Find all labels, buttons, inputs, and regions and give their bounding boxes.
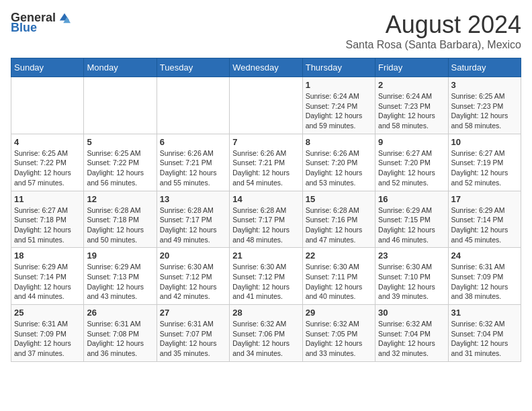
day-header-monday: Monday [84,58,157,77]
calendar-week-2: 4Sunrise: 6:25 AMSunset: 7:22 PMDaylight… [11,134,521,191]
calendar-cell: 11Sunrise: 6:27 AMSunset: 7:18 PMDayligh… [11,191,84,248]
day-info: Sunrise: 6:31 AMSunset: 7:09 PMDaylight:… [14,319,81,359]
page-header: General Blue August 2024 Santa Rosa (San… [11,11,521,51]
day-info: Sunrise: 6:27 AMSunset: 7:18 PMDaylight:… [14,205,81,245]
day-number: 4 [14,137,81,147]
calendar-week-5: 25Sunrise: 6:31 AMSunset: 7:09 PMDayligh… [11,305,521,362]
calendar-cell: 9Sunrise: 6:27 AMSunset: 7:20 PMDaylight… [375,134,448,191]
day-number: 18 [14,250,81,261]
calendar-cell: 8Sunrise: 6:26 AMSunset: 7:20 PMDaylight… [302,134,375,191]
calendar-cell: 3Sunrise: 6:25 AMSunset: 7:23 PMDaylight… [448,77,521,134]
calendar-week-4: 18Sunrise: 6:29 AMSunset: 7:14 PMDayligh… [11,248,521,305]
day-info: Sunrise: 6:28 AMSunset: 7:17 PMDaylight:… [160,205,226,245]
calendar-cell: 24Sunrise: 6:31 AMSunset: 7:09 PMDayligh… [448,248,521,305]
calendar-cell: 6Sunrise: 6:26 AMSunset: 7:21 PMDaylight… [157,134,229,191]
day-number: 2 [378,80,445,90]
day-info: Sunrise: 6:25 AMSunset: 7:22 PMDaylight:… [87,148,153,188]
day-number: 23 [378,250,445,261]
day-info: Sunrise: 6:26 AMSunset: 7:21 PMDaylight:… [160,148,226,188]
day-info: Sunrise: 6:31 AMSunset: 7:09 PMDaylight:… [451,262,518,302]
calendar-header: SundayMondayTuesdayWednesdayThursdayFrid… [11,58,521,77]
calendar-cell [11,77,84,134]
calendar-cell: 31Sunrise: 6:32 AMSunset: 7:04 PMDayligh… [448,305,521,362]
calendar-cell: 30Sunrise: 6:32 AMSunset: 7:04 PMDayligh… [375,305,448,362]
day-info: Sunrise: 6:27 AMSunset: 7:19 PMDaylight:… [451,148,518,188]
day-info: Sunrise: 6:25 AMSunset: 7:23 PMDaylight:… [451,91,518,131]
calendar-table: SundayMondayTuesdayWednesdayThursdayFrid… [11,58,521,362]
calendar-cell: 20Sunrise: 6:30 AMSunset: 7:12 PMDayligh… [157,248,229,305]
day-info: Sunrise: 6:30 AMSunset: 7:12 PMDaylight:… [232,262,299,302]
calendar-cell: 26Sunrise: 6:31 AMSunset: 7:08 PMDayligh… [84,305,157,362]
calendar-cell [84,77,157,134]
day-number: 28 [232,308,299,318]
day-number: 20 [160,250,226,261]
day-number: 11 [14,194,81,204]
day-info: Sunrise: 6:30 AMSunset: 7:12 PMDaylight:… [160,262,226,302]
day-info: Sunrise: 6:28 AMSunset: 7:18 PMDaylight:… [87,205,153,245]
day-number: 14 [232,194,299,204]
calendar-cell: 15Sunrise: 6:28 AMSunset: 7:16 PMDayligh… [302,191,375,248]
day-number: 24 [451,250,518,261]
day-header-friday: Friday [375,58,448,77]
day-header-wednesday: Wednesday [230,58,302,77]
day-number: 15 [306,194,372,204]
calendar-cell: 28Sunrise: 6:32 AMSunset: 7:06 PMDayligh… [230,305,302,362]
day-number: 8 [306,137,372,147]
day-header-tuesday: Tuesday [157,58,229,77]
day-number: 29 [306,308,372,318]
day-info: Sunrise: 6:27 AMSunset: 7:20 PMDaylight:… [378,148,445,188]
calendar-cell: 7Sunrise: 6:26 AMSunset: 7:21 PMDaylight… [230,134,302,191]
calendar-cell: 22Sunrise: 6:30 AMSunset: 7:11 PMDayligh… [302,248,375,305]
day-info: Sunrise: 6:26 AMSunset: 7:21 PMDaylight:… [232,148,299,188]
sub-title: Santa Rosa (Santa Barbara), Mexico [346,39,521,51]
day-info: Sunrise: 6:31 AMSunset: 7:07 PMDaylight:… [160,319,226,359]
day-number: 12 [87,194,153,204]
calendar-cell: 10Sunrise: 6:27 AMSunset: 7:19 PMDayligh… [448,134,521,191]
day-header-saturday: Saturday [448,58,521,77]
day-info: Sunrise: 6:29 AMSunset: 7:15 PMDaylight:… [378,205,445,245]
calendar-cell: 14Sunrise: 6:28 AMSunset: 7:17 PMDayligh… [230,191,302,248]
day-number: 19 [87,250,153,261]
calendar-cell: 18Sunrise: 6:29 AMSunset: 7:14 PMDayligh… [11,248,84,305]
day-info: Sunrise: 6:28 AMSunset: 7:16 PMDaylight:… [306,205,372,245]
calendar-cell: 27Sunrise: 6:31 AMSunset: 7:07 PMDayligh… [157,305,229,362]
day-info: Sunrise: 6:31 AMSunset: 7:08 PMDaylight:… [87,319,153,359]
day-info: Sunrise: 6:30 AMSunset: 7:11 PMDaylight:… [306,262,372,302]
day-number: 5 [87,137,153,147]
calendar-cell: 19Sunrise: 6:29 AMSunset: 7:13 PMDayligh… [84,248,157,305]
day-info: Sunrise: 6:29 AMSunset: 7:14 PMDaylight:… [14,262,81,302]
calendar-cell: 25Sunrise: 6:31 AMSunset: 7:09 PMDayligh… [11,305,84,362]
calendar-cell: 16Sunrise: 6:29 AMSunset: 7:15 PMDayligh… [375,191,448,248]
day-number: 25 [14,308,81,318]
logo: General Blue [11,11,71,35]
calendar-cell: 13Sunrise: 6:28 AMSunset: 7:17 PMDayligh… [157,191,229,248]
calendar-cell: 5Sunrise: 6:25 AMSunset: 7:22 PMDaylight… [84,134,157,191]
day-info: Sunrise: 6:24 AMSunset: 7:24 PMDaylight:… [306,91,372,131]
day-number: 17 [451,194,518,204]
day-info: Sunrise: 6:25 AMSunset: 7:22 PMDaylight:… [14,148,81,188]
day-info: Sunrise: 6:32 AMSunset: 7:04 PMDaylight:… [378,319,445,359]
day-info: Sunrise: 6:32 AMSunset: 7:06 PMDaylight:… [232,319,299,359]
day-number: 27 [160,308,226,318]
day-number: 10 [451,137,518,147]
main-title: August 2024 [346,11,521,39]
day-number: 16 [378,194,445,204]
day-number: 3 [451,80,518,90]
logo-icon [58,12,71,24]
calendar-cell: 2Sunrise: 6:24 AMSunset: 7:23 PMDaylight… [375,77,448,134]
day-header-thursday: Thursday [302,58,375,77]
day-info: Sunrise: 6:29 AMSunset: 7:13 PMDaylight:… [87,262,153,302]
calendar-week-1: 1Sunrise: 6:24 AMSunset: 7:24 PMDaylight… [11,77,521,134]
title-block: August 2024 Santa Rosa (Santa Barbara), … [346,11,521,51]
day-number: 9 [378,137,445,147]
day-info: Sunrise: 6:28 AMSunset: 7:17 PMDaylight:… [232,205,299,245]
calendar-cell: 4Sunrise: 6:25 AMSunset: 7:22 PMDaylight… [11,134,84,191]
calendar-cell: 1Sunrise: 6:24 AMSunset: 7:24 PMDaylight… [302,77,375,134]
day-number: 13 [160,194,226,204]
day-info: Sunrise: 6:32 AMSunset: 7:05 PMDaylight:… [306,319,372,359]
day-number: 31 [451,308,518,318]
day-info: Sunrise: 6:32 AMSunset: 7:04 PMDaylight:… [451,319,518,359]
calendar-cell: 29Sunrise: 6:32 AMSunset: 7:05 PMDayligh… [302,305,375,362]
day-number: 1 [306,80,372,90]
day-number: 30 [378,308,445,318]
